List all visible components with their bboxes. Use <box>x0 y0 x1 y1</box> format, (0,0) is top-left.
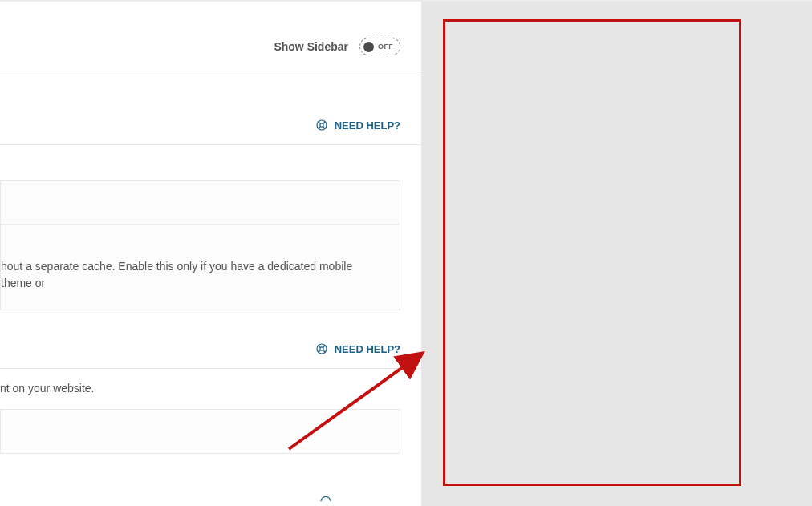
need-help-label: NEED HELP? <box>335 343 400 355</box>
toggle-knob <box>363 42 374 52</box>
section-description: nt on your website. <box>0 369 421 409</box>
svg-point-1 <box>320 123 323 127</box>
show-sidebar-label: Show Sidebar <box>274 40 348 53</box>
need-help-link[interactable]: NEED HELP? <box>0 75 421 144</box>
settings-main-column: Show Sidebar OFF NEED HELP? hout a separ… <box>0 2 421 506</box>
svg-point-7 <box>320 347 323 350</box>
help-icon <box>315 342 328 355</box>
svg-line-10 <box>318 350 320 353</box>
card-description: hout a separate cache. Enable this only … <box>1 225 400 310</box>
help-icon <box>319 495 332 503</box>
svg-line-11 <box>323 350 325 353</box>
svg-line-5 <box>323 127 325 129</box>
need-help-label: NEED HELP? <box>335 119 400 132</box>
svg-line-2 <box>318 121 320 123</box>
divider <box>0 144 421 145</box>
svg-line-3 <box>323 121 325 123</box>
need-help-link[interactable]: NEED HELP? <box>0 310 421 368</box>
top-controls-row: Show Sidebar OFF <box>0 2 421 75</box>
svg-line-4 <box>318 127 320 129</box>
card-header-area <box>1 181 400 225</box>
setting-input-card[interactable] <box>0 409 400 454</box>
annotation-highlight-rect <box>443 19 741 486</box>
svg-line-8 <box>318 345 320 347</box>
show-sidebar-toggle[interactable]: OFF <box>359 38 400 55</box>
svg-line-9 <box>323 345 325 347</box>
setting-card: hout a separate cache. Enable this only … <box>0 180 400 310</box>
toggle-state-text: OFF <box>378 43 393 51</box>
help-icon <box>315 119 328 132</box>
